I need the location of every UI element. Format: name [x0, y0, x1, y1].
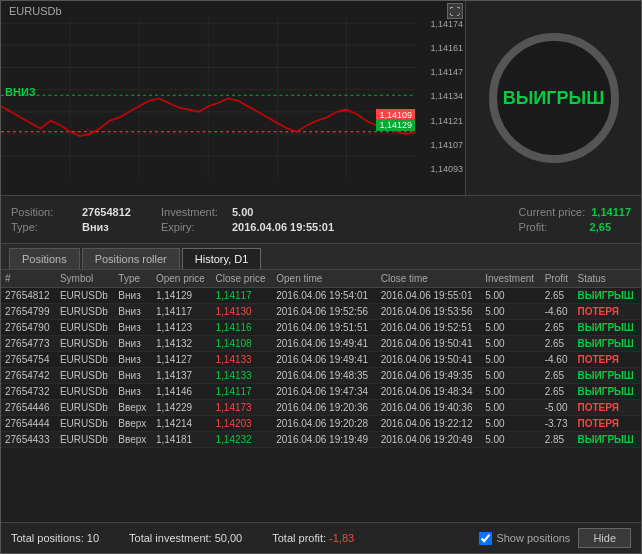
current-price-value: 1,14117 [591, 206, 631, 218]
position-label: Position: [11, 206, 76, 218]
cell-open-time: 2016.04.06 19:49:41 [272, 352, 376, 368]
cell-status: ПОТЕРЯ [574, 352, 641, 368]
show-positions-checkbox-label[interactable]: Show positions [479, 532, 570, 545]
cell-status: ВЫИГРЫШ [574, 288, 641, 304]
cell-type: Вниз [114, 368, 152, 384]
cell-close-time: 2016.04.06 19:20:49 [377, 432, 481, 448]
cell-id: 27654446 [1, 400, 56, 416]
cell-close-time: 2016.04.06 19:40:36 [377, 400, 481, 416]
total-investment-value: 50,00 [215, 532, 243, 544]
cell-close-time: 2016.04.06 19:52:51 [377, 320, 481, 336]
cell-symbol: EURUSDb [56, 368, 114, 384]
cell-open-price: 1,14181 [152, 432, 212, 448]
cell-id: 27654732 [1, 384, 56, 400]
cell-status: ВЫИГРЫШ [574, 384, 641, 400]
cell-investment: 5.00 [481, 304, 541, 320]
cell-investment: 5.00 [481, 352, 541, 368]
cell-open-price: 1,14146 [152, 384, 212, 400]
total-profit: Total profit: -1,83 [272, 532, 354, 544]
table-row: 27654444 EURUSDb Вверх 1,14214 1,14203 2… [1, 416, 641, 432]
win-panel: ВЫИГРЫШ [466, 1, 641, 195]
cell-profit: 2.65 [541, 320, 574, 336]
cell-close-price: 1,14133 [212, 352, 273, 368]
cell-investment: 5.00 [481, 336, 541, 352]
table-row: 27654773 EURUSDb Вниз 1,14132 1,14108 20… [1, 336, 641, 352]
table-row: 27654446 EURUSDb Вверх 1,14229 1,14173 2… [1, 400, 641, 416]
cell-open-time: 2016.04.06 19:52:56 [272, 304, 376, 320]
table-container[interactable]: # Symbol Type Open price Close price Ope… [1, 269, 641, 522]
cell-close-time: 2016.04.06 19:53:56 [377, 304, 481, 320]
tabs-bar: Positions Positions roller History, D1 [1, 244, 641, 269]
cell-id: 27654790 [1, 320, 56, 336]
cell-close-time: 2016.04.06 19:50:41 [377, 336, 481, 352]
expand-button[interactable]: ⛶ [447, 3, 463, 19]
cell-open-time: 2016.04.06 19:51:51 [272, 320, 376, 336]
cell-open-price: 1,14127 [152, 352, 212, 368]
table-header-row: # Symbol Type Open price Close price Ope… [1, 270, 641, 288]
footer-right: Show positions Hide [479, 528, 631, 548]
tab-history[interactable]: History, D1 [182, 248, 262, 269]
position-row: Position: 27654812 [11, 206, 131, 218]
cell-profit: 2.65 [541, 288, 574, 304]
cell-open-price: 1,14214 [152, 416, 212, 432]
total-investment: Total investment: 50,00 [129, 532, 242, 544]
cell-close-price: 1,14130 [212, 304, 273, 320]
cell-symbol: EURUSDb [56, 304, 114, 320]
win-text: ВЫИГРЫШ [503, 88, 604, 109]
cell-status: ВЫИГРЫШ [574, 368, 641, 384]
table-row: 27654799 EURUSDb Вниз 1,14117 1,14130 20… [1, 304, 641, 320]
col-id: # [1, 270, 56, 288]
cell-symbol: EURUSDb [56, 352, 114, 368]
chart-svg [1, 1, 465, 195]
cell-status: ПОТЕРЯ [574, 304, 641, 320]
price-label-7: 1,14093 [415, 164, 463, 174]
cell-close-price: 1,14203 [212, 416, 273, 432]
chart-area: EURUSDb ⛶ [1, 1, 466, 195]
cell-investment: 5.00 [481, 384, 541, 400]
cell-status: ВЫИГРЫШ [574, 432, 641, 448]
col-profit: Profit [541, 270, 574, 288]
cell-type: Вверх [114, 432, 152, 448]
cell-profit: -4.60 [541, 304, 574, 320]
show-positions-checkbox[interactable] [479, 532, 492, 545]
cell-status: ПОТЕРЯ [574, 416, 641, 432]
total-profit-label: Total profit: [272, 532, 326, 544]
col-close-time: Close time [377, 270, 481, 288]
cell-open-price: 1,14229 [152, 400, 212, 416]
table-row: 27654812 EURUSDb Вниз 1,14129 1,14117 20… [1, 288, 641, 304]
history-table: # Symbol Type Open price Close price Ope… [1, 270, 641, 448]
profit-value: 2,65 [590, 221, 611, 233]
cell-id: 27654433 [1, 432, 56, 448]
col-open-time: Open time [272, 270, 376, 288]
investment-row: Investment: 5.00 [161, 206, 334, 218]
cell-type: Вверх [114, 416, 152, 432]
cell-open-price: 1,14137 [152, 368, 212, 384]
cell-id: 27654444 [1, 416, 56, 432]
cell-id: 27654773 [1, 336, 56, 352]
total-positions-label: Total positions: [11, 532, 84, 544]
cell-id: 27654812 [1, 288, 56, 304]
cell-symbol: EURUSDb [56, 288, 114, 304]
cell-open-time: 2016.04.06 19:20:28 [272, 416, 376, 432]
cell-open-price: 1,14132 [152, 336, 212, 352]
cell-type: Вниз [114, 384, 152, 400]
total-profit-value: -1,83 [329, 532, 354, 544]
total-investment-label: Total investment: [129, 532, 212, 544]
col-type: Type [114, 270, 152, 288]
current-price-group: Current price: 1,14117 Profit: 2,65 [519, 206, 631, 233]
cell-symbol: EURUSDb [56, 432, 114, 448]
cell-close-time: 2016.04.06 19:55:01 [377, 288, 481, 304]
tab-positions-roller[interactable]: Positions roller [82, 248, 180, 269]
tab-positions[interactable]: Positions [9, 248, 80, 269]
expiry-row: Expiry: 2016.04.06 19:55:01 [161, 221, 334, 233]
cell-type: Вниз [114, 304, 152, 320]
cell-status: ВЫИГРЫШ [574, 336, 641, 352]
type-row: Type: Вниз [11, 221, 131, 233]
position-value: 27654812 [82, 206, 131, 218]
price-label-5: 1,14121 [415, 116, 463, 126]
hide-button[interactable]: Hide [578, 528, 631, 548]
cell-profit: 2.65 [541, 368, 574, 384]
cell-symbol: EURUSDb [56, 320, 114, 336]
cell-profit: 2.65 [541, 336, 574, 352]
cell-open-time: 2016.04.06 19:48:35 [272, 368, 376, 384]
